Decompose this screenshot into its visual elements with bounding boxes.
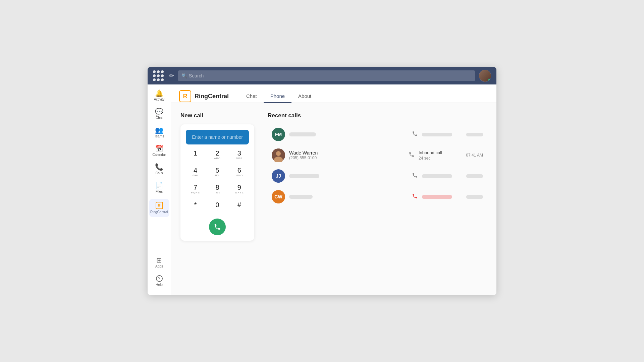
app-header: R RingCentral Chat Phone About	[171, 84, 496, 103]
ringcentral-icon: R	[156, 202, 163, 209]
nav-bottom: ⊞ Apps ? Help	[149, 254, 169, 292]
call-type-icon	[412, 131, 418, 138]
dialpad-key-0[interactable]: 0 +	[208, 199, 227, 214]
compose-button[interactable]: ✏	[169, 72, 174, 79]
dialpad-card: 1 2 ABC 3 DEF	[180, 124, 254, 241]
app-name: RingCentral	[195, 93, 229, 100]
caller-avatar	[272, 148, 285, 162]
dialpad-key-hash[interactable]: #	[230, 199, 249, 214]
call-time-placeholder	[466, 195, 483, 199]
dialpad-key-9[interactable]: 9 WXYZ	[230, 182, 249, 196]
app-tabs: Chat Phone About	[239, 90, 318, 103]
dialpad-grid: 1 2 ABC 3 DEF	[186, 148, 249, 214]
caller-avatar: CW	[272, 190, 285, 203]
dialpad-key-6[interactable]: 6 MNO	[230, 165, 249, 179]
call-info: Wade Warren (205) 555-0100	[289, 150, 405, 160]
dialpad-key-5[interactable]: 5 JKL	[208, 165, 227, 179]
user-avatar[interactable]	[479, 70, 491, 82]
phone-call-icon	[214, 223, 221, 231]
caller-name-placeholder	[289, 174, 319, 178]
dialpad-key-8[interactable]: 8 TUV	[208, 182, 227, 196]
sidebar-item-teams[interactable]: 👥 Teams	[149, 124, 169, 141]
sidebar-item-files[interactable]: 📄 Files	[149, 179, 169, 196]
sidebar-item-apps[interactable]: ⊞ Apps	[149, 254, 169, 271]
sidebar-item-activity[interactable]: 🔔 Activity	[149, 87, 169, 104]
tab-about[interactable]: About	[291, 90, 318, 103]
apps-label: Apps	[155, 264, 163, 268]
activity-label: Activity	[154, 98, 165, 102]
tab-chat[interactable]: Chat	[239, 90, 264, 103]
call-type-placeholder	[422, 133, 452, 136]
wade-warren-photo	[272, 148, 285, 162]
dialpad-key-1[interactable]: 1	[186, 148, 205, 162]
app-logo-wrap: R RingCentral	[179, 90, 229, 102]
calendar-icon: 📅	[155, 145, 163, 152]
top-bar: ✏ 🔍	[148, 67, 496, 84]
caller-avatar: FM	[272, 128, 285, 141]
dialpad-key-7[interactable]: 7 PQRS	[186, 182, 205, 196]
call-info	[289, 174, 408, 178]
search-container: 🔍	[178, 70, 475, 81]
sidebar-item-calendar[interactable]: 📅 Calendar	[149, 142, 169, 160]
content-area: R RingCentral Chat Phone About New call	[171, 84, 496, 295]
call-type-icon	[409, 152, 415, 159]
caller-name-placeholder	[289, 132, 316, 136]
calls-icon: 📞	[155, 164, 163, 170]
sidebar-item-calls[interactable]: 📞 Calls	[149, 161, 169, 178]
dialpad-input[interactable]	[186, 130, 249, 144]
call-type-label: Inbound call	[419, 150, 459, 155]
call-time-placeholder	[466, 174, 483, 178]
call-type-icon	[412, 172, 418, 180]
help-label: Help	[156, 283, 163, 287]
calendar-label: Calendar	[152, 153, 166, 157]
main-area: 🔔 Activity 💬 Chat 👥 Teams 📅 Calendar 📞 C…	[148, 84, 496, 295]
call-time-placeholder	[466, 133, 483, 136]
dialpad-key-star[interactable]: *	[186, 199, 205, 214]
call-row[interactable]: CW	[268, 187, 487, 207]
sidebar-item-ringcentral[interactable]: R RingCentral	[149, 199, 169, 217]
missed-call-icon	[412, 193, 418, 200]
call-row[interactable]: Wade Warren (205) 555-0100 Inbound call …	[268, 145, 487, 165]
chat-label: Chat	[156, 116, 163, 120]
new-call-section: New call 1 2 ABC	[180, 112, 254, 286]
files-icon: 📄	[155, 182, 163, 189]
left-nav: 🔔 Activity 💬 Chat 👥 Teams 📅 Calendar 📞 C…	[148, 84, 171, 295]
caller-avatar: JJ	[272, 169, 285, 183]
dialpad-key-4[interactable]: 4 GHI	[186, 165, 205, 179]
call-type-placeholder	[422, 174, 452, 178]
calls-label: Calls	[155, 171, 163, 175]
teams-icon: 👥	[155, 127, 163, 133]
tab-phone[interactable]: Phone	[264, 90, 291, 103]
online-status-dot	[488, 78, 491, 81]
grid-menu-button[interactable]	[153, 70, 164, 81]
call-row[interactable]: FM	[268, 124, 487, 144]
activity-icon: 🔔	[155, 90, 163, 97]
recent-calls-section: Recent calls FM	[268, 112, 487, 286]
sidebar-item-help[interactable]: ? Help	[149, 273, 169, 290]
dialpad-key-3[interactable]: 3 DEF	[230, 148, 249, 162]
help-icon: ?	[156, 275, 163, 282]
call-list: FM	[268, 124, 487, 207]
chat-icon: 💬	[155, 108, 163, 115]
call-type-info: Inbound call 24 sec	[419, 150, 459, 161]
sidebar-item-chat[interactable]: 💬 Chat	[149, 106, 169, 123]
caller-phone: (205) 555-0100	[289, 156, 405, 160]
files-label: Files	[156, 190, 163, 194]
call-time: 07:41 AM	[463, 153, 483, 158]
call-duration: 24 sec	[419, 156, 459, 161]
call-button[interactable]	[209, 219, 226, 235]
call-type-info	[422, 174, 462, 178]
app-logo-icon: R	[179, 90, 191, 102]
phone-content: New call 1 2 ABC	[171, 103, 496, 295]
recent-calls-title: Recent calls	[268, 112, 487, 119]
search-input[interactable]	[178, 70, 475, 81]
call-type-info	[422, 133, 462, 136]
missed-call-type-placeholder	[422, 195, 452, 199]
dialpad-key-2[interactable]: 2 ABC	[208, 148, 227, 162]
apps-icon: ⊞	[156, 257, 162, 263]
call-type-info	[422, 195, 462, 199]
svg-point-1	[276, 151, 281, 156]
call-row[interactable]: JJ	[268, 166, 487, 186]
new-call-title: New call	[180, 112, 254, 119]
call-info	[289, 132, 408, 136]
